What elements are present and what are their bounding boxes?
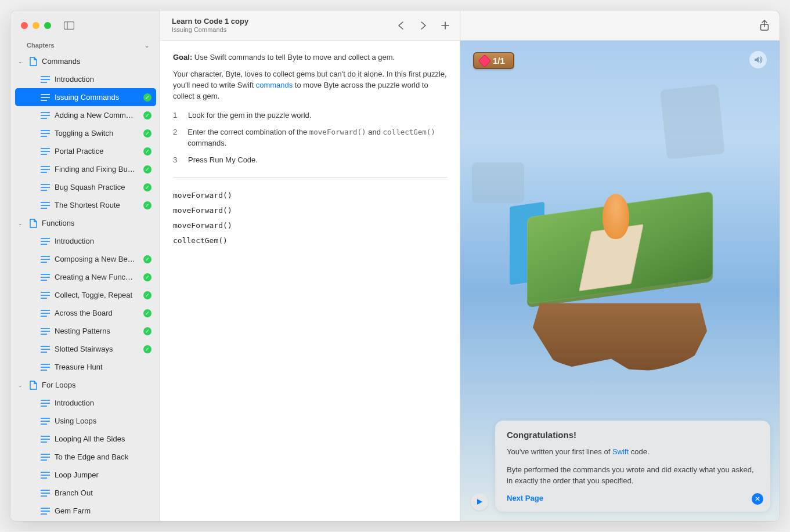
dirt-base [533,303,707,372]
lesson-item[interactable]: Composing a New Be…✓ [15,250,156,268]
lesson-icon [41,436,51,443]
lesson-label: Loop Jumper [55,471,151,479]
lesson-label: Issuing Commands [55,93,140,102]
section-row[interactable]: ⌄Functions [15,214,156,232]
lesson-item[interactable]: Finding and Fixing Bu…✓ [15,160,156,178]
checkmark-icon: ✓ [143,327,151,335]
code-line[interactable]: moveForward() [173,218,447,233]
lesson-label: The Shortest Route [55,201,140,209]
step-number: 2 [173,127,177,149]
lesson-icon [41,346,51,353]
lesson-item[interactable]: Gem Farm [15,502,156,520]
book-title: Learn to Code 1 copy [172,17,248,26]
lesson-label: Using Loops [55,417,151,425]
lesson-label: Adding a New Comm… [55,111,140,120]
game-toolbar [460,10,780,41]
lesson-icon [41,76,51,83]
lesson-label: Creating a New Func… [55,273,140,281]
lesson-item[interactable]: Introduction [15,232,156,250]
lesson-label: Across the Board [55,309,140,317]
lesson-item[interactable]: Using Loops [15,412,156,430]
commands-link[interactable]: commands [256,81,293,89]
code-line[interactable]: collectGem() [173,233,447,248]
lesson-item[interactable]: Loop Jumper [15,466,156,484]
lesson-label: Introduction [55,399,151,407]
swift-link[interactable]: Swift [612,447,629,456]
nav-list[interactable]: ⌄CommandsIntroductionIssuing Commands✓Ad… [10,51,160,521]
step-item: 1Look for the gem in the puzzle world. [173,107,447,124]
zoom-window-button[interactable] [44,22,51,29]
lesson-item[interactable]: The Shortest Route✓ [15,196,156,214]
lesson-item[interactable]: Creating a New Func…✓ [15,268,156,286]
next-page-button[interactable] [419,21,427,30]
code-token: moveForward() [309,128,366,136]
lesson-label: Portal Practice [55,147,140,155]
code-line[interactable]: moveForward() [173,203,447,218]
prev-page-button[interactable] [397,21,405,30]
popup-line1: You've written your first lines of Swift… [507,447,759,458]
sidebar-toggle-icon[interactable] [64,21,74,30]
lesson-item[interactable]: Portal Practice✓ [15,142,156,160]
success-popup: Congratulations! You've written your fir… [495,421,770,512]
game-scene[interactable]: 1/1 Congratulations! You've written your [460,41,780,521]
lesson-item[interactable]: Introduction [15,394,156,412]
lesson-item[interactable]: Branch Out [15,484,156,502]
code-line[interactable]: moveForward() [173,188,447,203]
lesson-item[interactable]: Introduction [15,70,156,88]
checkmark-icon: ✓ [143,201,151,209]
checkmark-icon: ✓ [143,183,151,191]
step-number: 3 [173,155,178,166]
steps-list: 1Look for the gem in the puzzle world.2E… [173,107,447,168]
lesson-label: To the Edge and Back [55,453,151,461]
lesson-item[interactable]: Slotted Stairways✓ [15,340,156,358]
checkmark-icon: ✓ [143,129,151,137]
lesson-label: Gem Farm [55,506,151,515]
lesson-icon [41,490,51,497]
lesson-label: Looping All the Sides [55,435,151,443]
close-window-button[interactable] [21,22,28,29]
play-button[interactable] [471,493,488,511]
lesson-item[interactable]: Toggling a Switch✓ [15,124,156,142]
sound-button[interactable] [749,51,767,68]
lesson-item[interactable]: Looping All the Sides [15,430,156,448]
chapters-header-label: Chapters [27,42,55,49]
popup-line2: Byte performed the commands you wrote an… [507,465,759,487]
chapters-header[interactable]: Chapters ⌄ [10,41,160,51]
lesson-icon [41,256,51,263]
lesson-header: Learn to Code 1 copy Issuing Commands [160,10,460,41]
lesson-item[interactable]: Adding a New Comm…✓ [15,106,156,124]
lesson-label: Introduction [55,237,151,245]
checkmark-icon: ✓ [143,291,151,299]
share-button[interactable] [760,20,769,31]
section-label: Commands [42,57,80,66]
section-label: For Loops [42,381,76,389]
section-row[interactable]: ⌄For Loops [15,376,156,394]
app-window: Chapters ⌄ ⌄CommandsIntroductionIssuing … [10,10,780,521]
section-row[interactable]: ⌄Commands [15,52,156,70]
lesson-content: Goal: Use Swift commands to tell Byte to… [160,41,460,260]
lesson-item[interactable]: Bug Squash Practice✓ [15,178,156,196]
document-icon [28,381,38,390]
gem-count: 1/1 [493,56,505,66]
popup-title: Congratulations! [507,430,759,440]
minimize-window-button[interactable] [33,22,39,29]
lesson-item[interactable]: Issuing Commands✓ [15,88,156,106]
code-token: collectGem() [383,128,435,136]
lesson-icon [41,292,51,299]
lesson-panel: Learn to Code 1 copy Issuing Commands Go… [160,10,460,521]
lesson-item[interactable]: Nesting Patterns✓ [15,322,156,340]
lesson-icon [41,328,51,335]
lesson-item[interactable]: To the Edge and Back [15,448,156,466]
lesson-icon [41,202,51,209]
code-editor[interactable]: moveForward()moveForward()moveForward()c… [173,188,447,248]
lesson-label: Composing a New Be… [55,255,140,263]
lesson-item[interactable]: Treasure Hunt [15,358,156,376]
lesson-icon [41,112,51,119]
lesson-item[interactable]: Across the Board✓ [15,304,156,322]
next-page-link[interactable]: Next Page [507,494,759,502]
lesson-item[interactable]: Collect, Toggle, Repeat✓ [15,286,156,304]
add-page-button[interactable] [441,21,449,30]
lesson-icon [41,274,51,281]
close-popup-button[interactable]: ✕ [752,493,763,505]
byte-character [603,194,629,239]
